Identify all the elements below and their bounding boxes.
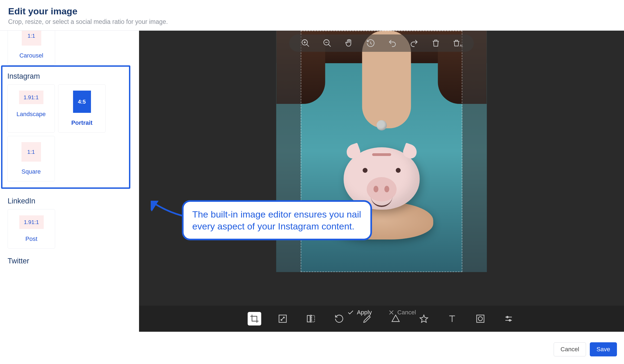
dialog-header: Edit your image Crop, resize, or select …: [0, 0, 624, 31]
svg-line-5: [328, 44, 331, 47]
svg-text:ALL: ALL: [460, 44, 463, 47]
ratio-box: 1.91:1: [19, 91, 43, 104]
text-icon[interactable]: [445, 312, 459, 325]
dialog-title: Edit your image: [8, 6, 616, 17]
ratio-option-square[interactable]: 1:1Square: [7, 136, 55, 181]
ratio-option-carousel[interactable]: 1:1 Carousel: [8, 31, 55, 65]
svg-rect-14: [312, 315, 315, 322]
apply-label: Apply: [357, 309, 372, 316]
ratio-label: Post: [25, 235, 37, 242]
delete-icon[interactable]: [430, 38, 441, 49]
redo-icon[interactable]: [409, 38, 420, 49]
platform-title-instagram: Instagram: [7, 72, 124, 81]
image-canvas[interactable]: ALL Apply Cancel: [139, 31, 624, 332]
pan-hand-icon[interactable]: [343, 38, 354, 49]
cancel-button[interactable]: Cancel: [554, 342, 586, 356]
ratio-label: Square: [21, 168, 41, 175]
ratio-box: 1:1: [21, 142, 41, 162]
resize-icon[interactable]: [276, 312, 289, 325]
ratio-option-landscape[interactable]: 1.91:1Landscape: [7, 84, 55, 133]
zoom-in-icon[interactable]: [300, 38, 311, 49]
ratio-option-portrait[interactable]: 4:5Portrait: [58, 84, 106, 133]
save-button[interactable]: Save: [590, 342, 617, 356]
platform-title-twitter: Twitter: [8, 257, 131, 265]
zoom-out-icon[interactable]: [322, 38, 333, 49]
ratio-box: 1:1: [22, 31, 41, 46]
apply-button[interactable]: Apply: [347, 309, 372, 316]
adjust-icon[interactable]: [502, 312, 515, 325]
platform-title-linkedin: LinkedIn: [8, 197, 131, 205]
crop-confirm-row: Apply Cancel: [347, 309, 416, 316]
flip-icon[interactable]: [304, 312, 318, 325]
ratio-label: Carousel: [19, 52, 43, 59]
svg-rect-13: [307, 315, 310, 322]
svg-point-19: [478, 317, 483, 321]
cancel-crop-button[interactable]: Cancel: [388, 309, 416, 316]
mask-icon[interactable]: [474, 312, 487, 325]
star-icon[interactable]: [417, 312, 431, 325]
callout-arrow: [151, 201, 183, 222]
history-icon[interactable]: [365, 38, 376, 49]
highlighted-section-instagram: Instagram 1.91:1Landscape4:5Portrait1:1S…: [1, 65, 130, 189]
ratio-label: Landscape: [17, 111, 46, 118]
ratio-sidebar: 1:1 Carousel Instagram 1.91:1Landscape4:…: [0, 31, 139, 332]
svg-line-8: [371, 43, 372, 44]
undo-icon[interactable]: [387, 38, 398, 49]
dialog-footer: Cancel Save: [554, 342, 617, 356]
ratio-box: 4:5: [73, 91, 91, 113]
crop-icon[interactable]: [248, 312, 261, 325]
ratio-label: Portrait: [71, 119, 92, 126]
svg-line-1: [307, 44, 309, 47]
ratio-box: 1.91:1: [19, 215, 44, 229]
svg-rect-18: [477, 315, 484, 323]
annotation-callout: The built-in image editor ensures you na…: [182, 200, 372, 240]
dialog-subtitle: Crop, resize, or select a social media r…: [8, 18, 616, 25]
rotate-icon[interactable]: [332, 312, 346, 325]
delete-all-icon[interactable]: ALL: [452, 38, 463, 49]
cancel-label: Cancel: [397, 309, 416, 316]
ratio-option-post[interactable]: 1.91:1Post: [8, 209, 55, 249]
canvas-top-toolbar: ALL: [289, 34, 474, 52]
